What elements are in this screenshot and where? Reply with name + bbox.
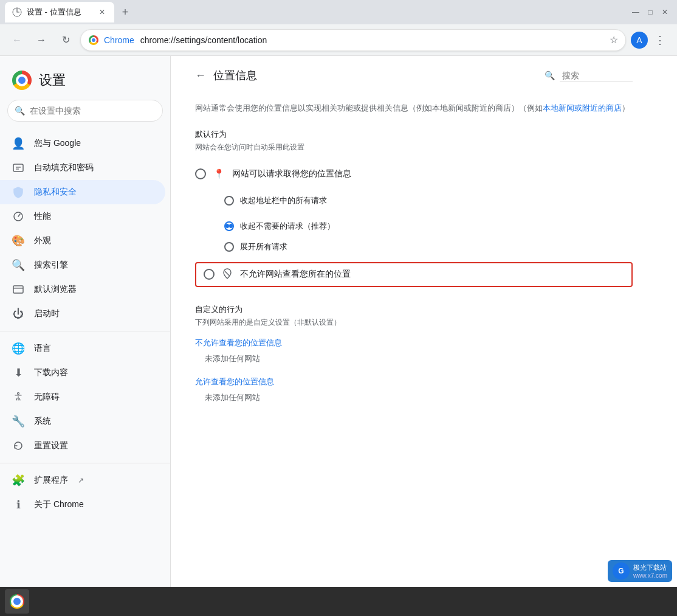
sidebar-item-label: 扩展程序 xyxy=(34,475,68,486)
sub-radio-collapse-all-label: 收起地址栏中的所有请求 xyxy=(240,195,327,206)
custom-behavior-subtitle: 下列网站采用的是自定义设置（非默认设置） xyxy=(195,317,633,328)
radio-deny-highlighted[interactable]: 不允许网站查看您所在的位置 xyxy=(195,262,633,287)
tab-favicon xyxy=(12,7,22,17)
back-arrow-button[interactable]: ← xyxy=(195,69,206,82)
forward-button[interactable]: → xyxy=(32,30,51,50)
sidebar-item-label: 搜索引擎 xyxy=(34,260,68,271)
location-search-input[interactable] xyxy=(560,69,633,82)
settings-page-title: 设置 xyxy=(39,71,66,89)
tab-title: 设置 - 位置信息 xyxy=(27,7,92,18)
search-icon: 🔍 xyxy=(15,106,25,116)
allow-subsection-title: 允许查看您的位置信息 xyxy=(195,376,633,387)
location-page-header: ← 位置信息 🔍 xyxy=(195,68,633,90)
sub-radio-collapse-unnecessary[interactable]: 收起不需要的请求（推荐） xyxy=(224,216,633,237)
address-bar-icon xyxy=(88,35,99,46)
sidebar-item-default-browser[interactable]: 默认浏览器 xyxy=(0,277,165,302)
default-behavior-section: 默认行为 网站会在您访问时自动采用此设置 📍 网站可以请求取得您的位置信息 xyxy=(195,129,633,287)
default-behavior-title: 默认行为 xyxy=(195,129,633,140)
bookmark-icon[interactable]: ☆ xyxy=(610,34,618,46)
sidebar-item-label: 外观 xyxy=(34,235,51,246)
search-engine-icon: 🔍 xyxy=(12,259,24,271)
active-tab[interactable]: 设置 - 位置信息 ✕ xyxy=(5,2,114,22)
sidebar-item-google[interactable]: 👤 您与 Google xyxy=(0,131,165,156)
sidebar-item-label: 重置设置 xyxy=(34,440,68,451)
svg-point-7 xyxy=(18,393,19,395)
radio-allow[interactable]: 📍 网站可以请求取得您的位置信息 xyxy=(195,162,633,185)
performance-icon xyxy=(12,210,24,223)
watermark-line2: www.x7.com xyxy=(633,572,667,579)
autofill-icon xyxy=(12,162,24,174)
sidebar-item-accessibility[interactable]: 无障碍 xyxy=(0,385,165,409)
about-icon: ℹ xyxy=(12,499,24,511)
sidebar-item-label: 下载内容 xyxy=(34,367,68,378)
title-bar-controls: — □ ✕ xyxy=(631,7,672,17)
sidebar-item-downloads[interactable]: ⬇ 下载内容 xyxy=(0,361,165,385)
person-icon: 👤 xyxy=(12,137,24,150)
sidebar-item-reset[interactable]: 重置设置 xyxy=(0,434,165,458)
chrome-logo-icon xyxy=(89,35,98,45)
nav-right: A ⋮ xyxy=(631,30,670,50)
settings-header: 设置 xyxy=(0,66,170,100)
profile-button[interactable]: A xyxy=(631,32,648,49)
sidebar-item-autofill[interactable]: 自动填充和密码 xyxy=(0,156,165,180)
reload-button[interactable]: ↻ xyxy=(56,30,75,50)
sidebar-item-label: 语言 xyxy=(34,343,51,354)
settings-search-input[interactable] xyxy=(7,100,163,122)
taskbar xyxy=(0,587,677,616)
location-page-title: 位置信息 xyxy=(213,68,257,83)
nav-bar: ← → ↻ Chrome chrome://settings/content/l… xyxy=(0,24,677,56)
address-text: chrome://settings/content/location xyxy=(140,35,605,45)
sidebar-item-privacy[interactable]: 隐私和安全 xyxy=(0,180,165,204)
maximize-button[interactable]: □ xyxy=(645,7,655,17)
description-link[interactable]: 本地新闻或附近的商店 xyxy=(543,103,622,112)
new-tab-button[interactable]: + xyxy=(117,4,134,21)
address-bar[interactable]: Chrome chrome://settings/content/locatio… xyxy=(80,29,626,51)
allow-subsection: 允许查看您的位置信息 未添加任何网站 xyxy=(195,376,633,403)
watermark: G 极光下载站 www.x7.com xyxy=(608,560,672,582)
radio-allow-circle xyxy=(195,168,206,179)
startup-icon: ⏻ xyxy=(12,308,24,320)
sidebar-item-extensions[interactable]: 🧩 扩展程序 ↗ xyxy=(0,468,165,493)
deny-empty-text: 未添加任何网站 xyxy=(195,353,633,364)
content-inner: ← 位置信息 🔍 网站通常会使用您的位置信息以实现相关功能或提供相关信息（例如本… xyxy=(171,56,657,427)
close-button[interactable]: ✕ xyxy=(660,7,670,17)
sub-radio-expand-all[interactable]: 展开所有请求 xyxy=(224,237,633,257)
svg-rect-1 xyxy=(13,164,23,171)
taskbar-chrome-button[interactable] xyxy=(5,589,29,614)
custom-behavior-section: 自定义的行为 下列网站采用的是自定义设置（非默认设置） 不允许查看您的位置信息 … xyxy=(195,304,633,403)
sidebar-item-startup[interactable]: ⏻ 启动时 xyxy=(0,302,165,326)
shield-icon xyxy=(12,186,24,198)
svg-rect-5 xyxy=(13,286,23,293)
download-icon: ⬇ xyxy=(12,367,24,379)
location-search-icon: 🔍 xyxy=(545,71,555,80)
sidebar-item-appearance[interactable]: 🎨 外观 xyxy=(0,229,165,253)
watermark-text: 极光下载站 www.x7.com xyxy=(633,563,667,579)
radio-deny-circle xyxy=(204,269,215,280)
sidebar-item-about[interactable]: ℹ 关于 Chrome xyxy=(0,493,165,517)
deny-subsection-title: 不允许查看您的位置信息 xyxy=(195,337,633,348)
title-bar: 设置 - 位置信息 ✕ + — □ ✕ xyxy=(0,0,677,24)
sidebar-item-label: 性能 xyxy=(34,211,51,222)
minimize-button[interactable]: — xyxy=(631,7,641,17)
sidebar-item-label: 系统 xyxy=(34,416,51,427)
sub-radio-collapse-all[interactable]: 收起地址栏中的所有请求 xyxy=(224,185,633,216)
reset-icon xyxy=(12,440,24,452)
menu-button[interactable]: ⋮ xyxy=(650,30,670,50)
sidebar-item-label: 您与 Google xyxy=(34,138,81,149)
location-search-area: 🔍 xyxy=(545,69,633,82)
taskbar-chrome-icon xyxy=(10,594,24,609)
back-button[interactable]: ← xyxy=(7,30,27,50)
sidebar-item-performance[interactable]: 性能 xyxy=(0,204,165,229)
sidebar-item-language[interactable]: 🌐 语言 xyxy=(0,336,165,361)
sidebar-divider-2 xyxy=(0,463,170,463)
sidebar-item-label: 默认浏览器 xyxy=(34,284,77,295)
extensions-icon: 🧩 xyxy=(12,474,24,486)
sidebar-item-label: 隐私和安全 xyxy=(34,187,77,198)
sidebar-item-label: 关于 Chrome xyxy=(34,499,84,510)
settings-search-box[interactable]: 🔍 xyxy=(7,100,163,122)
accessibility-icon xyxy=(12,391,24,403)
sub-radio-collapse-unnecessary-label: 收起不需要的请求（推荐） xyxy=(240,221,335,232)
sidebar-item-system[interactable]: 🔧 系统 xyxy=(0,409,165,434)
tab-close-button[interactable]: ✕ xyxy=(97,7,107,17)
sidebar-item-search[interactable]: 🔍 搜索引擎 xyxy=(0,253,165,277)
